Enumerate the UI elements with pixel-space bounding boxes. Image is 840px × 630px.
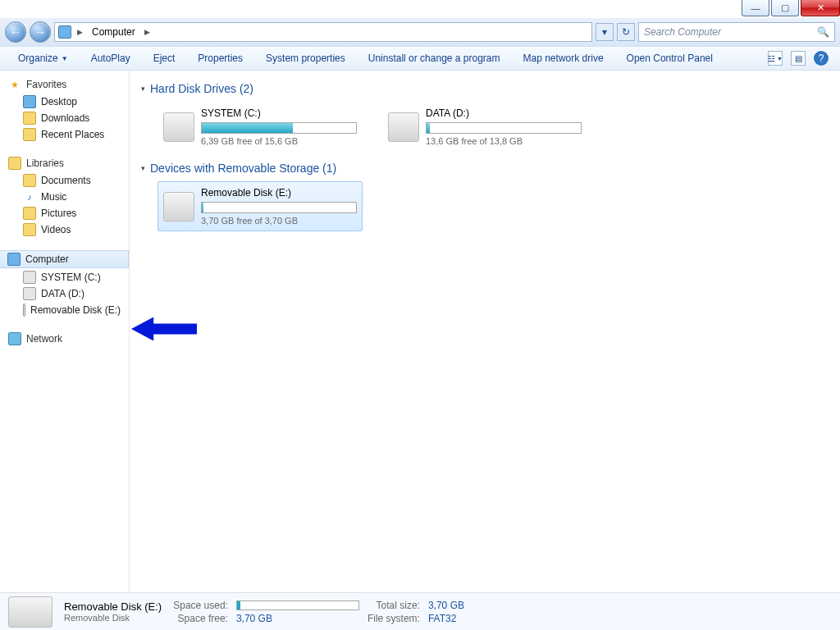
autoplay-button[interactable]: AutoPlay	[80, 47, 142, 70]
sidebar-item-removable-e[interactable]: Removable Disk (E:)	[0, 302, 129, 318]
drive-title: SYSTEM (C:)	[201, 107, 357, 119]
address-bar[interactable]: ▶ Computer ▶	[54, 22, 592, 42]
drive-icon	[23, 287, 36, 300]
drive-title: Removable Disk (E:)	[201, 187, 357, 199]
drive-title: DATA (D:)	[426, 107, 582, 119]
system-properties-button[interactable]: System properties	[254, 47, 357, 70]
label-space-free: Space free:	[173, 613, 228, 624]
drive-usage-bar	[426, 122, 582, 134]
sidebar-item-recent-places[interactable]: Recent Places	[0, 126, 129, 143]
navigation-pane: ★ Favorites Desktop Downloads Recent Pla…	[0, 71, 130, 592]
drive-data-d[interactable]: DATA (D:) 13,6 GB free of 13,8 GB	[382, 102, 587, 152]
search-placeholder: Search Computer	[644, 26, 721, 38]
value-space-free: 3,70 GB	[236, 613, 359, 624]
drive-icon	[163, 112, 194, 142]
refresh-button[interactable]: ↻	[617, 23, 635, 41]
sidebar-libraries[interactable]: Libraries	[0, 154, 129, 172]
sidebar-network[interactable]: Network	[0, 330, 129, 348]
section-hard-disk-drives[interactable]: ▾ Hard Disk Drives (2)	[141, 82, 829, 95]
forward-button[interactable]: →	[30, 21, 51, 43]
open-control-panel-button[interactable]: Open Control Panel	[615, 47, 724, 70]
computer-icon	[7, 253, 21, 266]
value-total-size: 3,70 GB	[428, 600, 464, 611]
content-pane: ▾ Hard Disk Drives (2) SYSTEM (C:) 6,39 …	[130, 71, 840, 592]
address-dropdown[interactable]: ▾	[596, 23, 614, 41]
details-subtitle: Removable Disk	[64, 613, 162, 623]
drive-free-text: 3,70 GB free of 3,70 GB	[201, 216, 357, 226]
section-removable-storage[interactable]: ▾ Devices with Removable Storage (1)	[141, 162, 829, 175]
pictures-icon	[23, 207, 36, 220]
removable-disk-icon	[8, 596, 52, 628]
chevron-down-icon: ▾	[141, 164, 145, 172]
sidebar-item-data-d[interactable]: DATA (D:)	[0, 285, 129, 302]
sidebar-item-documents[interactable]: Documents	[0, 172, 129, 189]
folder-icon	[23, 112, 36, 125]
network-icon	[8, 332, 21, 345]
sidebar-item-pictures[interactable]: Pictures	[0, 205, 129, 221]
svg-marker-0	[131, 317, 197, 341]
sidebar-item-desktop[interactable]: Desktop	[0, 94, 129, 110]
label-space-used: Space used:	[173, 600, 228, 611]
sidebar-item-music[interactable]: ♪ Music	[0, 189, 129, 205]
drive-icon	[388, 112, 419, 142]
drive-free-text: 6,39 GB free of 15,6 GB	[201, 136, 357, 146]
organize-menu[interactable]: Organize▼	[7, 47, 80, 70]
drive-usage-bar	[201, 122, 357, 134]
folder-icon	[23, 128, 36, 141]
drive-removable-e[interactable]: Removable Disk (E:) 3,70 GB free of 3,70…	[158, 181, 363, 231]
chevron-right-icon: ▶	[75, 28, 85, 36]
view-mode-button[interactable]: ☳▼	[768, 51, 783, 66]
libraries-icon	[8, 157, 21, 170]
computer-icon	[58, 25, 71, 39]
uninstall-button[interactable]: Uninstall or change a program	[357, 47, 512, 70]
star-icon: ★	[8, 78, 21, 91]
search-input[interactable]: Search Computer 🔍	[638, 22, 835, 42]
eject-button[interactable]: Eject	[142, 47, 187, 70]
properties-button[interactable]: Properties	[186, 47, 254, 70]
preview-pane-button[interactable]: ▤	[791, 51, 806, 66]
removable-disk-icon	[23, 304, 25, 317]
videos-icon	[23, 223, 36, 236]
chevron-right-icon: ▶	[142, 28, 153, 36]
close-button[interactable]: ✕	[801, 0, 840, 16]
space-used-bar	[236, 600, 359, 610]
breadcrumb-computer[interactable]: Computer	[89, 26, 139, 38]
sidebar-favorites[interactable]: ★ Favorites	[0, 75, 129, 94]
annotation-arrow-icon	[131, 315, 197, 343]
back-button[interactable]: ←	[5, 21, 26, 43]
label-total-size: Total size:	[368, 600, 420, 611]
music-icon: ♪	[23, 190, 36, 203]
details-title: Removable Disk (E:)	[64, 600, 162, 613]
drive-icon	[23, 271, 36, 284]
chevron-down-icon: ▾	[141, 84, 145, 93]
drive-system-c[interactable]: SYSTEM (C:) 6,39 GB free of 15,6 GB	[158, 102, 363, 152]
organize-label: Organize	[18, 52, 58, 64]
removable-disk-icon	[163, 192, 194, 221]
minimize-button[interactable]: —	[742, 0, 769, 16]
maximize-button[interactable]: ▢	[771, 0, 799, 16]
drive-usage-bar	[201, 202, 357, 213]
label-file-system: File system:	[368, 613, 420, 624]
sidebar-computer[interactable]: Computer	[0, 250, 129, 268]
documents-icon	[23, 174, 36, 187]
help-button[interactable]: ?	[814, 51, 829, 66]
sidebar-item-system-c[interactable]: SYSTEM (C:)	[0, 269, 129, 285]
sidebar-item-downloads[interactable]: Downloads	[0, 110, 129, 126]
details-pane: Removable Disk (E:) Removable Disk Space…	[0, 592, 840, 630]
map-network-drive-button[interactable]: Map network drive	[512, 47, 615, 70]
drive-free-text: 13,6 GB free of 13,8 GB	[426, 136, 582, 146]
sidebar-item-videos[interactable]: Videos	[0, 221, 129, 238]
value-file-system: FAT32	[428, 613, 464, 624]
desktop-icon	[23, 95, 36, 108]
search-icon: 🔍	[817, 26, 829, 38]
